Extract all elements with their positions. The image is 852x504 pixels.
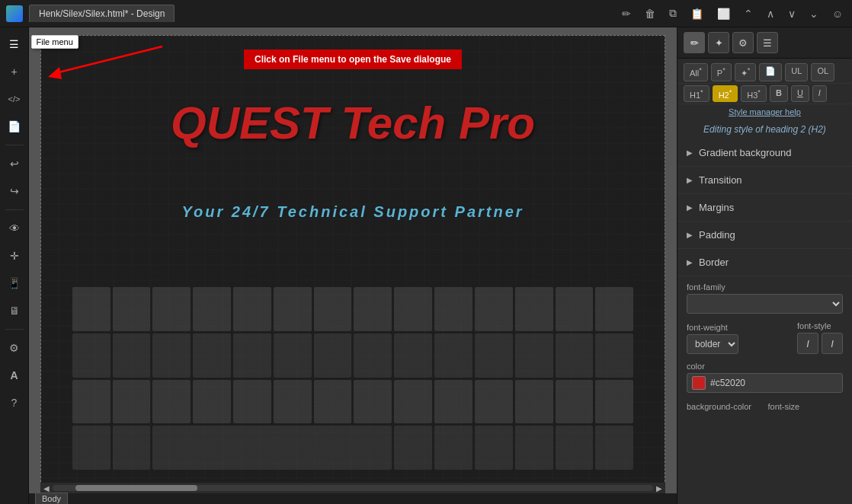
panel-toolbar: ✏ ✦ ⚙ ☰ [677,27,852,59]
pointer-button[interactable]: ✛ [4,245,25,266]
move-up-alt-icon[interactable]: ∧ [764,6,777,21]
app-logo [6,5,23,22]
help-button[interactable]: ? [4,392,25,413]
left-sidebar: ☰ File menu + </> 📄 ↩ ↪ 👁 ✛ 📱 🖥 [0,27,29,504]
page-canvas[interactable]: Click on File menu to open the Save dial… [40,35,665,493]
background-color-label: background-color [687,402,762,411]
tab-h3[interactable]: H3* [741,85,767,103]
italic-btn[interactable]: I [797,333,818,354]
add-element-button[interactable]: + [4,61,25,82]
preview-button[interactable]: 👁 [4,218,25,239]
scroll-right-arrow[interactable]: ▶ [653,484,665,493]
padding-section: ▶ Padding [677,222,852,249]
pages-button[interactable]: 📄 [4,116,25,137]
page-canvas-outer: Click on File menu to open the Save dial… [29,35,677,493]
settings-button[interactable]: ⚙ [4,337,25,359]
desktop-button[interactable]: 🖥 [4,300,25,321]
undo-icon: ↩ [10,158,19,170]
transition-header[interactable]: ▶ Transition [677,167,852,193]
tab-u[interactable]: U [791,85,809,103]
gear-icon-btn[interactable]: ⚙ [732,32,754,53]
duplicate-icon[interactable]: ⬜ [714,6,733,21]
font-weight-select[interactable]: bolder [687,334,738,354]
paste-icon[interactable]: 📋 [687,6,706,21]
magic-icon-btn[interactable]: ✦ [708,32,729,53]
hero-subtitle[interactable]: Your 24/7 Technical Support Partner [181,203,524,220]
redo-button[interactable]: ↪ [4,180,25,202]
trash-icon[interactable]: 🗑 [642,6,658,21]
file-menu-button[interactable]: ☰ File menu [4,33,25,55]
scroll-left-arrow[interactable]: ◀ [40,484,53,493]
tab-star[interactable]: ✦* [735,63,757,81]
color-label: color [687,362,732,371]
keyboard-keys [72,287,633,470]
separator-3 [5,329,24,330]
gradient-section: ▶ Gradient background [677,139,852,167]
file-menu-tooltip: File menu [31,35,78,49]
font-family-row: font-family [677,276,852,317]
copy-icon[interactable]: ⧉ [666,5,680,21]
color-picker-row[interactable]: #c52020 [687,373,843,393]
tab-all[interactable]: All* [684,63,708,81]
color-swatch[interactable] [692,376,706,390]
border-header[interactable]: ▶ Border [677,249,852,276]
mobile-button[interactable]: 📱 [4,273,25,294]
chevron-right-icon-2: ▶ [687,176,693,184]
undo-button[interactable]: ↩ [4,153,25,174]
color-row: color #c52020 [677,357,852,397]
scroll-thumb[interactable] [75,485,197,491]
padding-header[interactable]: ▶ Padding [677,222,852,248]
tab-h2[interactable]: H2* [713,85,738,103]
tab-ul[interactable]: UL [785,63,808,81]
color-value: #c52020 [710,378,745,388]
h-scrollbar[interactable]: ◀ ▶ [40,483,665,493]
separator-1 [5,145,24,145]
hero-subtitle-container: Your 24/7 Technical Support Partner [41,203,665,221]
list-icon-btn[interactable]: ☰ [757,32,778,53]
active-tab[interactable]: Henk/Silex/Silex.html* - Design [29,5,175,22]
scroll-track[interactable] [53,485,653,491]
italic-alt-btn[interactable]: I [822,333,843,354]
move-down-alt-icon[interactable]: ⌄ [806,6,822,21]
font-family-select[interactable] [687,294,843,314]
gradient-header[interactable]: ▶ Gradient background [677,139,852,166]
font-style-label: font-style [797,321,843,330]
bottom-props-row: background-color font-size [677,397,852,414]
move-down-icon[interactable]: ∨ [785,6,799,21]
gradient-label: Gradient background [699,147,791,158]
redo-icon: ↪ [10,185,19,197]
body-tag[interactable]: Body [35,493,68,504]
code-icon: </> [8,94,21,104]
font-style-group: I I [797,333,843,354]
editing-label: Editing style of heading 2 (H2) [677,120,852,139]
code-button[interactable]: </> [4,88,25,110]
tab-b[interactable]: B [770,85,788,103]
help-icon: ? [11,397,18,409]
tab-p[interactable]: P* [711,63,732,81]
font-weight-label: font-weight [687,323,790,332]
font-style-container: font-style I I [797,321,843,354]
text-button[interactable]: A [4,365,25,386]
transition-section: ▶ Transition [677,167,852,194]
user-icon[interactable]: ☺ [829,6,846,21]
tab-i[interactable]: I [812,85,827,103]
move-up-icon[interactable]: ⌃ [741,6,756,21]
margins-header[interactable]: ▶ Margins [677,194,852,221]
font-size-label: font-size [768,402,844,411]
canvas-area[interactable]: Click on File menu to open the Save dial… [29,27,677,504]
style-icon-btn[interactable]: ✏ [684,32,705,53]
top-bar-icons: ✏ 🗑 ⧉ 📋 ⬜ ⌃ ∧ ∨ ⌄ ☺ [619,5,846,21]
tab-doc[interactable]: 📄 [759,63,782,81]
instruction-banner: Click on File menu to open the Save dial… [244,49,462,69]
margins-label: Margins [699,202,734,213]
pencil-icon[interactable]: ✏ [619,6,634,21]
font-family-label: font-family [687,282,732,292]
style-manager-help[interactable]: Style manager help [677,104,852,120]
tab-h1[interactable]: H1* [684,85,709,103]
padding-label: Padding [699,229,735,241]
chevron-right-icon: ▶ [687,148,693,157]
hero-title[interactable]: QUEST Tech Pro [171,97,535,148]
tab-ol[interactable]: OL [811,63,834,81]
border-label: Border [699,257,729,268]
eye-icon: 👁 [9,222,20,234]
